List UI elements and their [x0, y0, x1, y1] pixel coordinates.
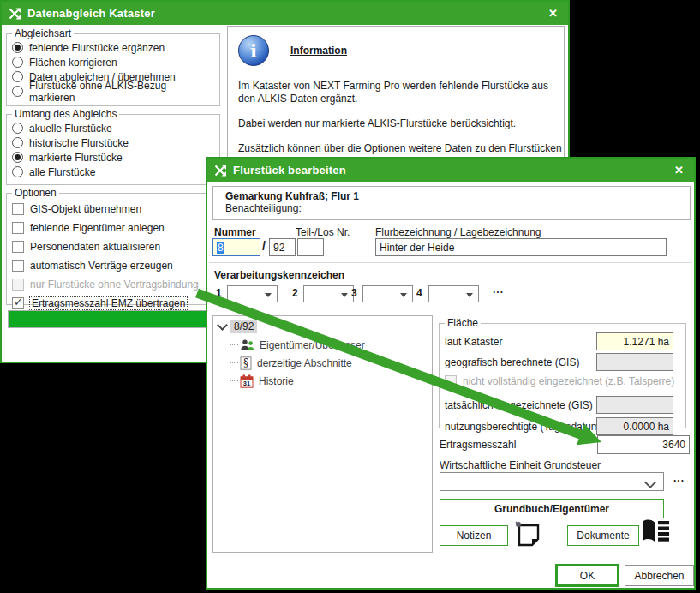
close-icon[interactable]: ✕: [541, 5, 565, 21]
calendar-icon: 31: [240, 374, 254, 388]
tree-panel: 8/92 Eigentümer/Überlasser §: [212, 315, 433, 553]
radio-flaechen-korrigieren[interactable]: Flächen korrigieren: [12, 55, 214, 69]
group-umfang: Umfang des Abgleichs akuelle Flurstücke …: [6, 108, 220, 185]
nutzungsberechtigte-label: nutzungsberechtigte (Tagesdatum): [445, 421, 603, 433]
nummer-label: Nummer: [214, 226, 256, 238]
checkbox-indicator: [12, 260, 24, 272]
we-more-button[interactable]: ...: [673, 472, 685, 484]
gemarkung-header-box: Gemarkung Kuhfraß; Flur 1 Benachteiligun…: [212, 186, 691, 220]
checkbox-label: nicht vollständig eingezeichnet (z.B. Ta…: [463, 375, 674, 387]
nummer2-input[interactable]: 92: [269, 238, 296, 256]
radio-indicator: [12, 123, 23, 134]
radio-indicator: [12, 166, 23, 177]
checkbox-gis-objekt[interactable]: GIS-Objekt übernehmen: [12, 200, 214, 219]
checkbox-vertraege-erzeugen[interactable]: automatisch Verträge erzeugen: [12, 256, 214, 275]
tatsaechlich-label: tatsächlich eingezeichnete (GIS): [445, 399, 593, 411]
titlebar-flurstueck[interactable]: Flurstück bearbeiten ✕: [207, 159, 694, 182]
radio-alle-flurstuecke[interactable]: alle Flurstücke: [12, 165, 214, 179]
laut-kataster-label: laut Kataster: [445, 336, 502, 348]
teil-los-label: Teil-/Los Nr.: [296, 226, 350, 238]
nummer-value-selected: 8: [217, 242, 224, 254]
radio-fehlende-flurstuecke[interactable]: fehlende Flurstücke ergänzen: [12, 40, 214, 55]
ertragsmesszahl-input[interactable]: 3640: [597, 435, 690, 454]
radio-aktuelle-flurstuecke[interactable]: akuelle Flurstücke: [12, 121, 214, 135]
gis-berechnet-label: geografisch berechnete (GIS): [445, 356, 579, 368]
radio-markierte-flurstuecke[interactable]: markierte Flurstücke: [12, 150, 214, 165]
vkz-combo-4[interactable]: [428, 285, 479, 302]
tree-root-item[interactable]: 8/92: [218, 320, 432, 333]
tatsaechlich-input: [596, 396, 673, 414]
vkz-combo-1[interactable]: [227, 285, 278, 302]
radio-indicator: [12, 86, 23, 97]
checkbox-indicator: [445, 375, 457, 387]
grundbuch-eigentuemer-button[interactable]: Grundbuch/Eigentümer: [440, 499, 664, 518]
info-heading: Information: [290, 45, 347, 57]
radio-label: alle Flurstücke: [29, 166, 95, 178]
tree-item-label: Eigentümer/Überlasser: [260, 339, 365, 351]
flurbezeichnung-label: Flurbezeichnung / Lagebezeichnung: [375, 226, 541, 238]
chevron-down-icon: [644, 476, 656, 488]
vkz-more-button[interactable]: ...: [493, 284, 504, 296]
teil-los-input[interactable]: [297, 238, 324, 256]
checkbox-indicator: [12, 279, 24, 291]
gemarkung-title: Gemarkung Kuhfraß; Flur 1: [225, 190, 690, 202]
tree-item-abschnitte[interactable]: § derzeitige Abschnitte: [230, 354, 432, 372]
book-icon[interactable]: [641, 518, 672, 545]
radio-label: fehlende Flurstücke ergänzen: [29, 42, 165, 54]
nummer-separator: /: [262, 239, 266, 253]
notizen-button[interactable]: Notizen: [440, 525, 508, 546]
gis-berechnet-input: [596, 353, 673, 371]
separator-line: [209, 262, 691, 263]
vkz-slot-label-4: 4: [416, 287, 422, 299]
dialog-flurstueck-bearbeiten: Flurstück bearbeiten ✕ Gemarkung Kuhfraß…: [206, 157, 696, 590]
ertragsmesszahl-label: Ertragsmesszahl: [440, 439, 516, 451]
radio-label: Flächen korrigieren: [29, 57, 117, 69]
checkbox-indicator: [12, 222, 24, 234]
group-flaeche: Fläche laut Kataster 1.1271 ha geografis…: [439, 317, 686, 428]
close-icon[interactable]: ✕: [667, 162, 691, 178]
tree-item-historie[interactable]: 31 Historie: [230, 372, 432, 390]
group-abgleichsart: Abgleichsart fehlende Flurstücke ergänze…: [6, 27, 220, 106]
radio-historische-flurstuecke[interactable]: historische Flurstücke: [12, 135, 214, 150]
app-logo-icon: [9, 8, 21, 20]
benachteiligung-label: Benachteiligung:: [225, 202, 690, 214]
vkz-slot-label-2: 2: [292, 287, 298, 299]
tree-root-label: 8/92: [230, 320, 257, 333]
ok-button[interactable]: OK: [555, 564, 619, 587]
wirtschaftliche-einheit-label: Wirtschaftliche Einheit Grundsteuer: [440, 459, 601, 471]
titlebar-datenabgleich[interactable]: Datenabgleich Kataster ✕: [2, 2, 568, 25]
vkz-combo-2[interactable]: [303, 285, 354, 302]
app-logo-icon: [214, 165, 227, 177]
dialog-title: Flurstück bearbeiten: [233, 164, 661, 177]
svg-text:31: 31: [243, 380, 250, 387]
nummer-input[interactable]: 8: [212, 238, 260, 256]
laut-kataster-input[interactable]: 1.1271 ha: [596, 332, 673, 350]
svg-text:§: §: [243, 357, 248, 369]
radio-indicator: [12, 42, 23, 53]
checkbox-personendaten[interactable]: Personendaten aktualisieren: [12, 237, 214, 256]
radio-label: Flurstücke ohne ALKIS-Bezug markieren: [29, 80, 214, 104]
note-icon[interactable]: [513, 519, 542, 548]
group-abgleichsart-legend: Abgleichsart: [15, 27, 71, 39]
info-paragraph: Im Kataster von NEXT Farming Pro werden …: [238, 80, 565, 105]
radio-label: historische Flurstücke: [29, 137, 129, 149]
vkz-heading: Verarbeitungskennzeichen: [214, 269, 344, 281]
info-paragraph: Dabei werden nur markierte ALKIS-Flurstü…: [238, 117, 565, 130]
cancel-button[interactable]: Abbrechen: [625, 565, 694, 586]
checkbox-label: fehlende Eigentümer anlegen: [30, 222, 165, 234]
checkbox-label: Personendaten aktualisieren: [30, 241, 160, 253]
radio-ohne-alkis-bezug[interactable]: Flurstücke ohne ALKIS-Bezug markieren: [12, 84, 214, 99]
vkz-combo-3[interactable]: [362, 285, 413, 302]
checkbox-indicator: [12, 241, 24, 253]
checkbox-label: GIS-Objekt übernehmen: [30, 203, 141, 215]
flurbezeichnung-input[interactable]: Hinter der Heide: [375, 238, 667, 256]
checkbox-nicht-vollstaendig: nicht vollständig eingezeichnet (z.B. Ta…: [445, 372, 674, 391]
radio-indicator: [12, 152, 23, 163]
dokumente-button[interactable]: Dokumente: [567, 525, 639, 546]
wirtschaftliche-einheit-select[interactable]: [440, 472, 664, 491]
vkz-slot-label-3: 3: [351, 287, 357, 299]
checkbox-label: automatisch Verträge erzeugen: [30, 260, 173, 272]
checkbox-fehlende-eigentuemer[interactable]: fehlende Eigentümer anlegen: [12, 219, 214, 237]
tree-item-eigentuemer[interactable]: Eigentümer/Überlasser: [230, 336, 432, 354]
group-umfang-legend: Umfang des Abgleichs: [15, 108, 117, 120]
